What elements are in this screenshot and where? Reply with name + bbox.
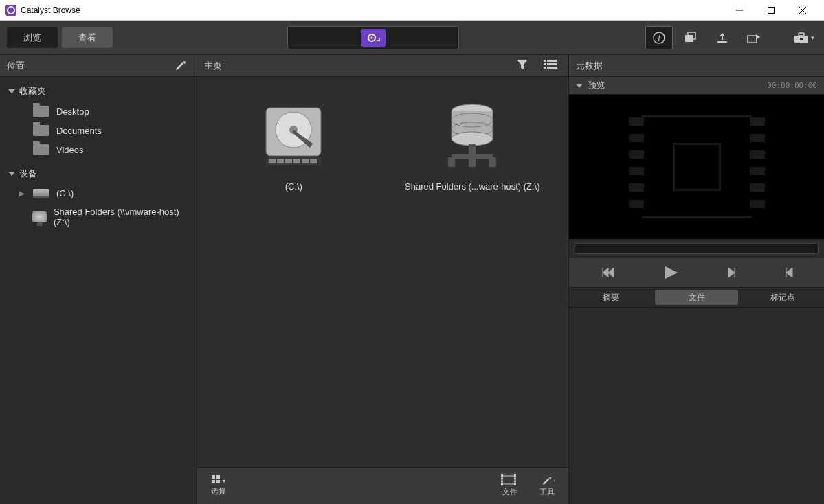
timecode-display: 00:00:00:00 [767, 81, 817, 90]
sidebar-header: 位置 [0, 55, 197, 77]
sidebar-header-label: 位置 [7, 60, 25, 72]
svg-rect-45 [502, 476, 515, 484]
filter-button[interactable] [512, 58, 533, 73]
network-drive-icon [32, 211, 47, 222]
app-icon [5, 5, 16, 16]
svg-rect-39 [489, 157, 496, 167]
browse-grid: (C:\) Shared Folders (...ware-host [197, 77, 568, 467]
playback-controls [569, 258, 824, 287]
svg-rect-38 [469, 157, 476, 167]
sidebar-item-videos[interactable]: Videos [0, 140, 197, 159]
path-bar[interactable] [287, 26, 459, 49]
grid-item-label: Shared Folders (...ware-host) (Z:\) [403, 181, 541, 192]
app-logo-chip [361, 29, 386, 47]
svg-rect-29 [302, 159, 309, 163]
preview-label: 预览 [588, 80, 605, 91]
metadata-header: 元数据 [569, 55, 824, 77]
hdd-icon [259, 101, 328, 170]
metadata-tabs: 摘要 文件 标记点 [569, 287, 824, 308]
svg-rect-27 [285, 159, 292, 163]
mark-out-button[interactable] [783, 266, 794, 279]
sidebar-item-drive-c[interactable]: ▶ (C:\) [0, 184, 197, 203]
minimize-button[interactable] [724, 0, 755, 21]
chevron-down-icon [576, 84, 583, 88]
prev-frame-button[interactable] [599, 266, 617, 279]
list-view-button[interactable] [539, 58, 561, 73]
file-menu[interactable]: ▾ 文件 [497, 474, 523, 497]
folder-icon [33, 144, 49, 155]
svg-rect-28 [293, 159, 300, 163]
preview-viewport [569, 95, 824, 239]
play-button[interactable] [662, 265, 680, 280]
sidebar-tree: 收藏夹 Desktop Documents Videos 设备 ▶ (C:\) [0, 77, 197, 236]
tree-item-label: Documents [56, 126, 102, 136]
app-title: Catalyst Browse [21, 5, 80, 15]
favorites-section[interactable]: 收藏夹 [0, 81, 197, 102]
tab-browse[interactable]: 浏览 [7, 27, 58, 48]
title-bar: Catalyst Browse [0, 0, 824, 21]
svg-rect-18 [547, 63, 557, 65]
tree-item-label: Shared Folders (\\vmware-host) (Z:\) [54, 207, 188, 227]
sidebar-item-documents[interactable]: Documents [0, 121, 197, 140]
toolbox-button[interactable]: ▾ [790, 26, 817, 49]
svg-rect-25 [269, 159, 276, 163]
svg-rect-35 [469, 144, 476, 154]
select-menu[interactable]: ▾ 选择 [207, 475, 230, 496]
svg-text:▾: ▾ [223, 478, 225, 484]
info-button[interactable]: i [645, 26, 673, 49]
breadcrumb-home[interactable]: 主页 [204, 60, 222, 72]
svg-rect-13 [799, 33, 804, 36]
svg-rect-30 [310, 159, 317, 163]
center-footer: ▾ 选择 ▾ 文件 ▾ 工具 [197, 467, 568, 504]
svg-rect-19 [544, 67, 546, 69]
scrub-bar[interactable] [575, 243, 819, 254]
svg-text:▾: ▾ [554, 479, 555, 484]
network-db-icon [441, 101, 503, 170]
svg-rect-16 [547, 60, 557, 62]
close-button[interactable] [787, 0, 819, 21]
chevron-down-icon [8, 89, 15, 93]
svg-rect-8 [685, 35, 693, 42]
svg-rect-37 [448, 157, 455, 167]
sidebar-item-desktop[interactable]: Desktop [0, 102, 197, 121]
center-header: 主页 [197, 55, 568, 77]
center-panel: 主页 ( [197, 55, 569, 504]
svg-rect-20 [547, 67, 557, 69]
svg-rect-26 [277, 159, 284, 163]
svg-rect-14 [800, 38, 803, 40]
right-panel: 元数据 预览 00:00:00:00 摘要 文件 标记点 [569, 55, 824, 504]
tree-item-label: (C:\) [56, 188, 74, 198]
share-button[interactable] [740, 26, 768, 49]
folder-icon [33, 125, 49, 136]
svg-rect-43 [216, 480, 220, 483]
grid-item-label: (C:\) [225, 181, 362, 192]
chevron-down-icon [8, 172, 15, 176]
tab-markpoint[interactable]: 标记点 [741, 288, 824, 307]
svg-rect-42 [212, 480, 215, 483]
grid-item-drive-c[interactable]: (C:\) [225, 98, 362, 192]
tab-summary[interactable]: 摘要 [569, 288, 652, 307]
svg-rect-17 [544, 63, 546, 65]
svg-rect-15 [544, 60, 546, 62]
file-label: 文件 [502, 487, 517, 497]
drive-icon [33, 189, 49, 198]
metadata-body [569, 308, 824, 504]
grid-item-shared-folders[interactable]: Shared Folders (...ware-host) (Z:\) [403, 98, 541, 192]
sidebar-item-shared-folders[interactable]: Shared Folders (\\vmware-host) (Z:\) [0, 203, 197, 231]
favorites-label: 收藏夹 [19, 85, 46, 98]
devices-section[interactable]: 设备 [0, 163, 197, 184]
svg-text:i: i [658, 33, 660, 43]
tab-view[interactable]: 查看 [62, 27, 113, 48]
folder-icon [33, 106, 49, 117]
maximize-button[interactable] [755, 0, 787, 21]
tools-menu[interactable]: ▾ 工具 [535, 474, 559, 497]
preview-header[interactable]: 预览 00:00:00:00 [569, 77, 824, 95]
copy-button[interactable] [677, 26, 704, 49]
sidebar-settings-button[interactable] [172, 57, 190, 74]
tab-file[interactable]: 文件 [655, 290, 738, 305]
svg-rect-41 [216, 475, 220, 479]
metadata-label: 元数据 [576, 60, 603, 72]
sidebar-left: 位置 收藏夹 Desktop Documents Videos [0, 55, 197, 504]
upload-button[interactable] [709, 26, 736, 49]
mark-in-button[interactable] [726, 266, 737, 279]
